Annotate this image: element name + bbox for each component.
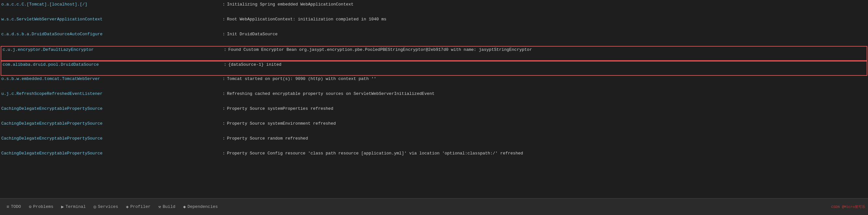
- toolbar-item-profiler[interactable]: ◈Profiler: [122, 199, 154, 215]
- toolbar-label: Problems: [33, 204, 53, 209]
- log-source: CachingDelegateEncryptablePropertySource: [0, 136, 221, 141]
- log-separator: :: [221, 121, 227, 126]
- log-row: CachingDelegateEncryptablePropertySource…: [0, 106, 868, 120]
- log-separator: :: [221, 76, 227, 81]
- services-icon: ◎: [93, 204, 96, 210]
- build-icon: ⚒: [158, 204, 161, 210]
- log-row: CachingDelegateEncryptablePropertySource…: [0, 135, 868, 150]
- toolbar-label: Build: [163, 204, 176, 209]
- log-separator: :: [222, 47, 228, 52]
- log-row: u.j.c.RefreshScopeRefreshedEventListener…: [0, 91, 868, 106]
- log-source: u.j.c.RefreshScopeRefreshedEventListener: [0, 91, 221, 96]
- log-source: CachingDelegateEncryptablePropertySource: [0, 106, 221, 111]
- log-message: Property Source systemEnvironment refres…: [227, 121, 868, 126]
- watermark-text: CSDN @Micro发可乐: [831, 204, 865, 209]
- toolbar-label: Dependencies: [187, 204, 218, 209]
- toolbar-item-terminal[interactable]: ▶Terminal: [57, 199, 90, 215]
- dependencies-icon: ◆: [183, 204, 186, 210]
- log-separator: :: [221, 106, 227, 111]
- log-source: o.a.c.c.C.[Tomcat].[localhost].[/]: [0, 2, 221, 7]
- log-separator: :: [221, 32, 227, 37]
- bottom-toolbar: ≡TODO⊙Problems▶Terminal◎Services◈Profile…: [0, 198, 868, 215]
- log-message: Refreshing cached encryptable property s…: [227, 91, 868, 96]
- log-message: Root WebApplicationContext: initializati…: [227, 17, 868, 22]
- log-separator: :: [221, 91, 227, 96]
- watermark-area: CSDN @Micro发可乐: [831, 204, 865, 209]
- log-source: CachingDelegateEncryptablePropertySource: [0, 121, 221, 126]
- terminal-icon: ▶: [61, 204, 64, 210]
- log-row: o.s.b.w.embedded.tomcat.TomcatWebServer:…: [0, 76, 868, 91]
- log-source: c.u.j.encryptor.DefaultLazyEncryptor: [1, 47, 222, 52]
- toolbar-item-dependencies[interactable]: ◆Dependencies: [179, 199, 222, 215]
- log-source: c.a.d.s.b.a.DruidDataSourceAutoConfigure: [0, 32, 221, 37]
- toolbar-item-build[interactable]: ⚒Build: [154, 199, 179, 215]
- toolbar-item-todo[interactable]: ≡TODO: [3, 199, 25, 215]
- todo-icon: ≡: [6, 204, 9, 210]
- toolbar-item-services[interactable]: ◎Services: [90, 199, 122, 215]
- toolbar-label: Profiler: [130, 204, 151, 209]
- log-message: Init DruidDataSource: [227, 32, 868, 37]
- log-separator: :: [221, 17, 227, 22]
- log-source: com.alibaba.druid.pool.DruidDataSource: [1, 62, 222, 67]
- log-source: w.s.c.ServletWebServerApplicationContext: [0, 17, 221, 22]
- toolbar-label: Terminal: [65, 204, 86, 209]
- toolbar-label: TODO: [11, 204, 21, 209]
- log-row: com.alibaba.druid.pool.DruidDataSource:{…: [1, 61, 867, 76]
- log-area: o.a.c.c.C.[Tomcat].[localhost].[/]:Initi…: [0, 0, 868, 198]
- log-row: o.a.c.c.C.[Tomcat].[localhost].[/]:Initi…: [0, 1, 868, 16]
- log-message: Property Source random refreshed: [227, 136, 868, 141]
- problems-icon: ⊙: [29, 204, 31, 210]
- log-separator: :: [221, 151, 227, 156]
- log-message: Tomcat started on port(s): 9090 (http) w…: [227, 76, 868, 81]
- toolbar-item-problems[interactable]: ⊙Problems: [25, 199, 57, 215]
- log-source: CachingDelegateEncryptablePropertySource: [0, 151, 221, 156]
- log-separator: :: [221, 136, 227, 141]
- log-message: Initializing Spring embedded WebApplicat…: [227, 2, 868, 7]
- log-separator: :: [221, 2, 227, 7]
- log-row: c.a.d.s.b.a.DruidDataSourceAutoConfigure…: [0, 31, 868, 46]
- log-row: CachingDelegateEncryptablePropertySource…: [0, 120, 868, 135]
- log-message: {dataSource-1} inited: [228, 62, 867, 67]
- toolbar-label: Services: [98, 204, 118, 209]
- log-message: Found Custom Encryptor Bean org.jasypt.e…: [228, 47, 867, 52]
- log-row: CachingDelegateEncryptablePropertySource…: [0, 150, 868, 165]
- log-row: w.s.c.ServletWebServerApplicationContext…: [0, 16, 868, 31]
- log-message: Property Source systemProperties refresh…: [227, 106, 868, 111]
- log-source: o.s.b.w.embedded.tomcat.TomcatWebServer: [0, 76, 221, 81]
- profiler-icon: ◈: [126, 204, 128, 210]
- log-message: Property Source Config resource 'class p…: [227, 151, 868, 156]
- log-row: c.u.j.encryptor.DefaultLazyEncryptor:Fou…: [1, 46, 867, 61]
- log-separator: :: [222, 62, 228, 67]
